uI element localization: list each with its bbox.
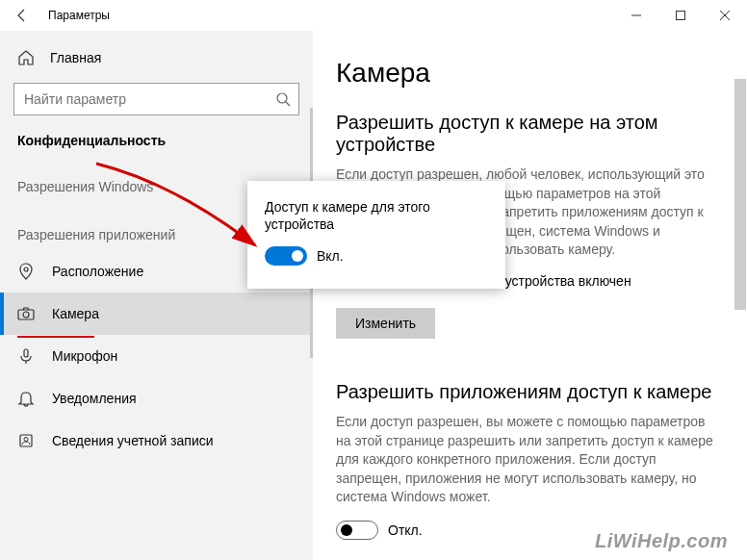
svg-point-8 (23, 312, 29, 318)
svg-rect-1 (677, 11, 685, 19)
flyout-toggle-row: Вкл. (265, 246, 488, 266)
watermark: LiWiHelp.com (595, 530, 728, 552)
window-title: Параметры (44, 9, 110, 22)
device-camera-toggle[interactable] (265, 246, 307, 266)
svg-point-12 (24, 438, 28, 442)
camera-access-flyout: Доступ к камере для этого устройства Вкл… (247, 181, 505, 289)
home-icon (17, 49, 37, 66)
flyout-title: Доступ к камере для этого устройства (265, 198, 488, 233)
titlebar: Параметры (0, 0, 747, 31)
main-content: Камера Разрешить доступ к камере на этом… (313, 31, 747, 560)
sidebar-item-label: Расположение (52, 264, 143, 279)
flyout-toggle-label: Вкл. (317, 248, 344, 264)
window-body: Главная Конфиденциальность Разрешения Wi… (0, 31, 747, 560)
search-icon (273, 91, 293, 107)
bell-icon (17, 390, 37, 407)
home-label: Главная (50, 50, 101, 65)
annotation-underline (17, 336, 94, 338)
sidebar-category: Конфиденциальность (0, 115, 313, 154)
svg-rect-9 (24, 349, 28, 357)
close-button[interactable] (703, 0, 747, 31)
scrollbar-thumb[interactable] (734, 79, 746, 310)
sidebar-item-label: Уведомления (52, 391, 137, 406)
section-allow-device-title: Разрешить доступ к камере на этом устрой… (336, 112, 724, 156)
sidebar-item-notifications[interactable]: Уведомления (0, 377, 313, 420)
minimize-button[interactable] (614, 0, 658, 31)
search-box[interactable] (13, 83, 299, 115)
section-allow-apps-body: Если доступ разрешен, вы можете с помощь… (336, 413, 721, 507)
search-input[interactable] (24, 91, 273, 107)
toggle-knob (341, 524, 352, 536)
apps-access-toggle[interactable] (336, 521, 378, 540)
page-title: Камера (336, 58, 724, 89)
sidebar-item-account-info[interactable]: Сведения учетной записи (0, 420, 313, 462)
sidebar-item-microphone[interactable]: Микрофон (0, 335, 313, 377)
apps-access-toggle-label: Откл. (388, 522, 423, 538)
sidebar: Главная Конфиденциальность Разрешения Wi… (0, 31, 313, 560)
sidebar-item-label: Микрофон (52, 348, 117, 364)
sidebar-item-label: Сведения учетной записи (52, 433, 214, 448)
toggle-knob (292, 250, 303, 262)
svg-point-6 (24, 267, 28, 271)
svg-point-4 (277, 93, 287, 103)
change-button[interactable]: Изменить (336, 308, 435, 339)
main-scrollbar[interactable] (734, 79, 747, 310)
account-icon (17, 432, 37, 449)
section-allow-apps-title: Разрешить приложениям доступ к камере (336, 381, 724, 403)
camera-icon (17, 305, 37, 322)
back-button[interactable] (0, 0, 44, 31)
location-icon (17, 263, 37, 280)
maximize-button[interactable] (658, 0, 703, 31)
svg-line-5 (286, 102, 290, 106)
microphone-icon (17, 347, 37, 365)
home-nav[interactable]: Главная (0, 38, 313, 77)
sidebar-item-camera[interactable]: Камера (0, 293, 313, 335)
sidebar-item-label: Камера (52, 306, 99, 321)
